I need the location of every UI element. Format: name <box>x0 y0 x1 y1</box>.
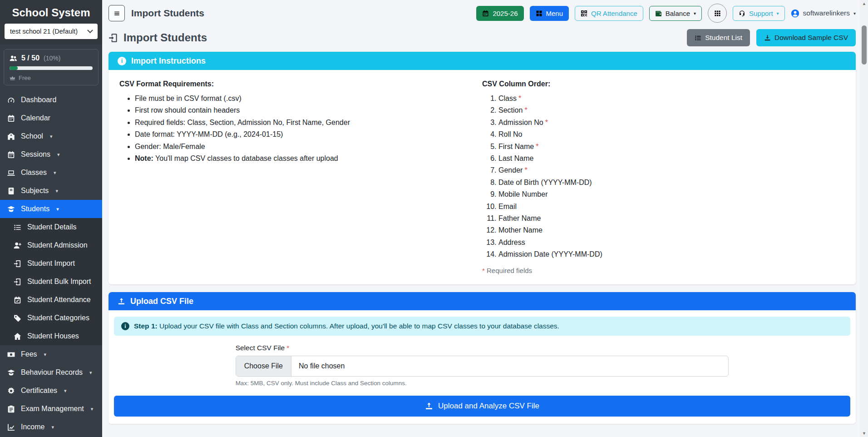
user-menu-button[interactable]: softwarelinkers ▾ <box>791 9 856 18</box>
qr-attendance-button[interactable]: QR Attendance <box>575 6 643 21</box>
list-item: Father Name <box>498 214 845 223</box>
csv-file-input[interactable]: Choose File No file chosen <box>236 356 729 377</box>
sidebar-item-student-import[interactable]: Student Import <box>0 254 102 273</box>
topbar-title: Import Students <box>131 8 204 19</box>
csv-format-title: CSV Format Requirements: <box>119 80 482 88</box>
calendar-icon <box>7 114 15 122</box>
chart-line-icon <box>7 423 15 431</box>
wallet-icon <box>655 10 662 17</box>
file-import-icon <box>108 33 118 43</box>
list-item: Roll No <box>498 129 845 139</box>
page-title-text: Import Students <box>123 31 207 44</box>
list-item: Gender* <box>498 165 845 175</box>
info-circle-icon: i <box>121 322 129 330</box>
note-text: You'll map CSV classes to database class… <box>155 154 338 162</box>
sidebar-item-student-bulk-import[interactable]: Student Bulk Import <box>0 273 102 291</box>
usage-percent: (10%) <box>44 55 60 62</box>
sidebar-menu: Dashboard Calendar School ▾ Sessions ▾ C… <box>0 89 102 437</box>
sidebar: School System test school 21 (Default) 5… <box>0 0 102 437</box>
sidebar-item-income[interactable]: Income ▾ <box>0 418 102 436</box>
scrollbar-thumb[interactable] <box>862 25 867 65</box>
apps-grid-button[interactable] <box>708 4 727 23</box>
caret-down-icon: ▾ <box>89 370 92 376</box>
house-icon <box>14 333 21 340</box>
calendar-check-icon <box>14 296 21 304</box>
usage-progress-bar <box>10 66 18 70</box>
step1-bold: Step 1: <box>134 322 158 330</box>
menu-button[interactable]: Menu <box>530 6 569 21</box>
qr-code-icon <box>581 10 587 17</box>
sidebar-item-fees[interactable]: Fees ▾ <box>0 345 102 363</box>
caret-down-icon: ▾ <box>853 11 856 16</box>
sidebar-item-label: Student Categories <box>27 314 89 322</box>
sidebar-item-calendar[interactable]: Calendar <box>0 109 102 127</box>
sidebar-toggle-button[interactable] <box>108 5 125 21</box>
sidebar-item-students[interactable]: Students ▾ <box>0 200 102 218</box>
sidebar-item-label: School <box>21 132 43 140</box>
session-button[interactable]: 2025-26 <box>476 6 523 21</box>
list-item: Admission Date (YYYY-MM-DD) <box>498 249 845 259</box>
headset-icon <box>739 10 745 17</box>
csv-column-order-column: CSV Column Order: Class* Section* Admiss… <box>482 77 845 274</box>
balance-label: Balance <box>666 10 690 17</box>
sidebar-item-exam-management[interactable]: Exam Management ▾ <box>0 400 102 418</box>
caret-down-icon: ▾ <box>55 188 58 194</box>
import-instructions-body: CSV Format Requirements: File must be in… <box>108 70 856 284</box>
sidebar-item-label: Certificates <box>21 387 57 395</box>
sidebar-item-label: Sessions <box>21 150 50 159</box>
caret-down-icon: ▾ <box>56 206 59 212</box>
sidebar-item-label: Dashboard <box>21 96 56 104</box>
sidebar-item-student-categories[interactable]: Student Categories <box>0 309 102 327</box>
caret-down-icon: ▾ <box>64 388 67 394</box>
student-list-button[interactable]: Student List <box>687 29 750 46</box>
sidebar-header: School System test school 21 (Default) <box>0 0 102 45</box>
scroll-up-arrow-icon[interactable]: ▲ <box>862 1 866 6</box>
hamburger-icon <box>113 10 120 17</box>
school-select-value: test school 21 (Default) <box>10 28 78 35</box>
csv-format-column: CSV Format Requirements: File must be in… <box>119 77 482 274</box>
upload-analyze-button[interactable]: Upload and Analyze CSV File <box>114 396 850 417</box>
graduate-icon <box>7 369 15 377</box>
sidebar-item-label: Students <box>21 205 49 213</box>
sidebar-item-label: Subjects <box>21 187 49 195</box>
file-import-icon <box>14 278 21 286</box>
vertical-scrollbar[interactable]: ▲ ▼ <box>860 0 868 437</box>
list-icon <box>14 223 21 231</box>
sidebar-item-label: Calendar <box>21 114 50 122</box>
file-input-helper: Max: 5MB, CSV only. Must include Class a… <box>236 380 729 387</box>
upload-csv-header: Upload CSV File <box>108 292 856 310</box>
sidebar-item-behaviour-records[interactable]: Behaviour Records ▾ <box>0 363 102 382</box>
sidebar-item-student-admission[interactable]: Student Admission <box>0 236 102 254</box>
sidebar-item-certificates[interactable]: Certificates ▾ <box>0 382 102 400</box>
sidebar-item-classes[interactable]: Classes ▾ <box>0 164 102 182</box>
choose-file-button[interactable]: Choose File <box>236 356 291 376</box>
list-item: Gender: Male/Female <box>135 142 482 152</box>
list-item: Date of Birth (YYYY-MM-DD) <box>498 178 845 188</box>
download-sample-csv-button[interactable]: Download Sample CSV <box>756 29 856 46</box>
clipboard-icon <box>7 405 15 413</box>
caret-down-icon: ▾ <box>51 424 54 430</box>
page-title: Import Students <box>108 31 207 44</box>
sidebar-item-label: Student Bulk Import <box>27 278 91 286</box>
sidebar-item-sessions[interactable]: Sessions ▾ <box>0 145 102 164</box>
sidebar-item-student-details[interactable]: Student Details <box>0 218 102 236</box>
csv-column-order-list: Class* Section* Admission No* Roll No Fi… <box>482 94 845 259</box>
sidebar-item-student-houses[interactable]: Student Houses <box>0 327 102 345</box>
book-icon <box>7 187 15 195</box>
balance-button[interactable]: Balance ▾ <box>649 6 702 21</box>
list-item: Mother Name <box>498 225 845 235</box>
scroll-down-arrow-icon[interactable]: ▼ <box>862 431 866 436</box>
list-item: First row should contain headers <box>135 105 482 115</box>
sidebar-item-subjects[interactable]: Subjects ▾ <box>0 182 102 200</box>
import-instructions-header: i Import Instructions <box>108 52 856 70</box>
school-select[interactable]: test school 21 (Default) <box>5 24 98 39</box>
step1-text: Upload your CSV file with Class and Sect… <box>159 322 559 330</box>
sidebar-item-label: Student Import <box>27 259 75 268</box>
school-icon <box>7 133 15 140</box>
sidebar-item-dashboard[interactable]: Dashboard <box>0 91 102 109</box>
csv-column-order-title: CSV Column Order: <box>482 80 845 88</box>
sidebar-item-student-attendance[interactable]: Student Attendance <box>0 291 102 309</box>
sidebar-item-school[interactable]: School ▾ <box>0 127 102 145</box>
person-plus-icon <box>14 242 21 249</box>
support-button[interactable]: Support ▾ <box>733 6 785 21</box>
